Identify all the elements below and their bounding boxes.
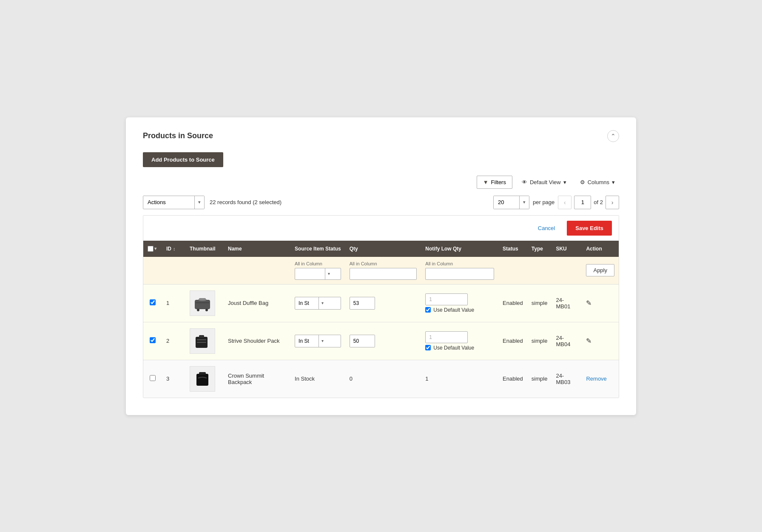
header-checkbox-input[interactable] (148, 246, 154, 252)
section-header: Products in Source ⌃ (143, 130, 619, 142)
pager-next-button[interactable]: › (606, 196, 619, 209)
columns-button[interactable]: ⚙ Columns ▾ (576, 176, 619, 188)
id-sort[interactable]: ID ↕ (166, 246, 181, 252)
bulk-notify-input[interactable] (425, 268, 494, 280)
product-thumbnail (190, 328, 215, 354)
actions-select-wrap: Actions ▾ (143, 196, 205, 209)
row-checkbox-cell (143, 284, 162, 322)
use-default-checkbox[interactable] (425, 345, 431, 350)
view-chevron-icon: ▾ (563, 179, 566, 185)
table-container: Cancel Save Edits ▾ ID ↕ (143, 215, 619, 398)
use-default-label: Use Default Value (433, 307, 474, 313)
edit-icon[interactable]: ✎ (586, 299, 591, 307)
view-label: Default View (530, 179, 561, 185)
bulk-source-status-select[interactable] (295, 268, 325, 279)
remove-button[interactable]: Remove (586, 376, 606, 382)
eye-icon: 👁 (522, 179, 527, 185)
product-thumbnail (190, 290, 215, 316)
bulk-cell-empty-4 (224, 257, 290, 284)
notify-cell-wrap: Use Default Value (425, 293, 494, 313)
bulk-cell-apply: Apply (582, 257, 619, 284)
bulk-cell-sku (552, 257, 582, 284)
add-products-button[interactable]: Add Products to Source (143, 152, 223, 167)
columns-chevron-icon: ▾ (612, 179, 615, 185)
row-status: Enabled (498, 322, 527, 360)
qty-input[interactable] (350, 335, 375, 347)
per-page-label: per page (533, 199, 554, 205)
default-view-button[interactable]: 👁 Default View ▾ (517, 176, 571, 188)
bulk-cell-status (498, 257, 527, 284)
bulk-qty-label: All in Column (350, 261, 417, 266)
bulk-source-status-content: All in Column ▾ (295, 261, 341, 280)
col-header-type: Type (527, 241, 552, 257)
per-page-select[interactable]: 20 (494, 196, 519, 209)
collapse-icon[interactable]: ⌃ (607, 130, 619, 142)
notify-default-row: Use Default Value (425, 345, 494, 351)
svg-rect-10 (196, 374, 208, 386)
notify-qty-input[interactable] (425, 293, 468, 305)
svg-rect-0 (195, 300, 210, 309)
row-checkbox-cell (143, 360, 162, 398)
page-container: Products in Source ⌃ Add Products to Sou… (126, 117, 636, 415)
col-header-sku: SKU (552, 241, 582, 257)
source-status-select[interactable]: In St (295, 297, 318, 309)
col-header-id: ID ↕ (162, 241, 185, 257)
cancel-button[interactable]: Cancel (531, 222, 562, 235)
row-type: simple (527, 360, 552, 398)
svg-point-4 (197, 309, 199, 311)
actions-dropdown-arrow[interactable]: ▾ (194, 196, 204, 209)
row-type: simple (527, 322, 552, 360)
edit-icon[interactable]: ✎ (586, 337, 591, 344)
filter-button[interactable]: ▼ Filters (477, 176, 512, 189)
col-header-action: Action (582, 241, 619, 257)
header-checkbox-arrow[interactable]: ▾ (154, 246, 156, 251)
use-default-checkbox[interactable] (425, 307, 431, 313)
notify-default-row: Use Default Value (425, 307, 494, 313)
pager-prev-button[interactable]: ‹ (558, 196, 572, 209)
row-checkbox-input[interactable] (150, 337, 156, 343)
records-count: 22 records found (2 selected) (210, 199, 281, 205)
row-source-item-status: In Stock (290, 360, 345, 398)
bulk-cell-empty-2 (162, 257, 185, 284)
bulk-cell-type (527, 257, 552, 284)
qty-input[interactable] (350, 297, 375, 310)
bulk-qty-input[interactable] (350, 268, 417, 280)
actions-select[interactable]: Actions (143, 196, 194, 209)
row-id: 2 (162, 322, 185, 360)
source-status-arrow[interactable]: ▾ (318, 297, 326, 309)
pager-total: of 2 (594, 199, 603, 205)
filter-icon: ▼ (483, 179, 489, 185)
bulk-cell-empty-1 (143, 257, 162, 284)
col-id-label: ID (166, 246, 171, 252)
pager-page-input[interactable] (574, 196, 591, 209)
svg-rect-8 (197, 339, 206, 340)
row-qty: 0 (345, 360, 421, 398)
notify-qty-input[interactable] (425, 331, 468, 343)
table-row: 3 Crown Summit BackpackIn Stock01Enabled… (143, 360, 619, 398)
save-edits-button[interactable]: Save Edits (567, 221, 612, 236)
col-header-name: Name (224, 241, 290, 257)
row-checkbox-input[interactable] (150, 299, 156, 305)
bulk-source-status-select-wrap: ▾ (295, 268, 341, 280)
bulk-edit-row: All in Column ▾ All in Column (143, 257, 619, 284)
source-status-select[interactable]: In St (295, 335, 318, 347)
bulk-source-status-arrow[interactable]: ▾ (325, 268, 333, 279)
row-source-item-status: In St▾ (290, 284, 345, 322)
row-notify-low-qty: Use Default Value (421, 322, 498, 360)
row-sku: 24-MB03 (552, 360, 582, 398)
toolbar-bottom: Actions ▾ 22 records found (2 selected) … (143, 196, 619, 209)
per-page-wrap: 20 ▾ per page (493, 196, 554, 209)
header-checkbox-wrap: ▾ (148, 246, 158, 252)
source-status-arrow[interactable]: ▾ (318, 335, 326, 347)
apply-button[interactable]: Apply (586, 264, 614, 276)
use-default-label: Use Default Value (433, 345, 474, 351)
per-page-arrow[interactable]: ▾ (519, 196, 529, 209)
svg-point-5 (205, 309, 208, 311)
row-id: 3 (162, 360, 185, 398)
filter-button-label: Filters (491, 179, 506, 185)
row-checkbox-input[interactable] (150, 375, 156, 381)
row-action: ✎ (582, 284, 619, 322)
row-thumbnail-cell (185, 322, 224, 360)
product-thumbnail (190, 366, 215, 392)
col-header-checkbox: ▾ (143, 241, 162, 257)
